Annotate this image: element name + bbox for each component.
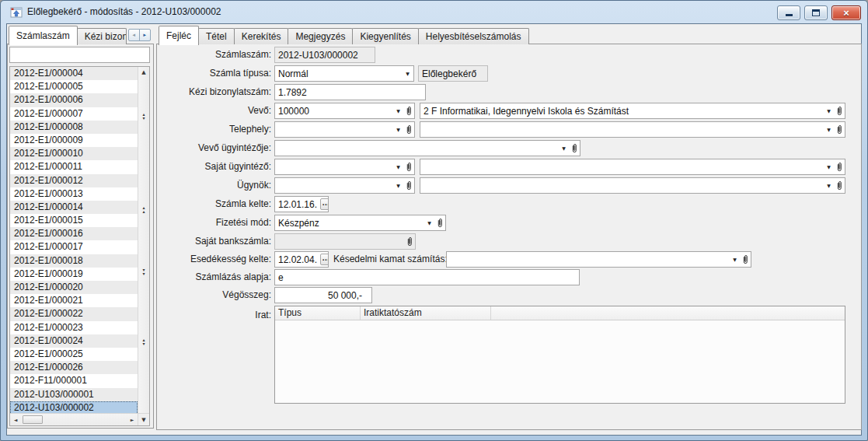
- list-item-selected[interactable]: 2012-U103/000002: [10, 401, 138, 413]
- date-picker-button[interactable]: ...: [320, 198, 329, 210]
- scroll-thumb-grip-icon[interactable]: ▴▾: [138, 112, 149, 120]
- list-item[interactable]: 2012-F11/000001: [10, 374, 138, 387]
- paperclip-icon[interactable]: [404, 162, 414, 172]
- left-tabbar: Számlaszám Kézi bizonyl ◄ ►: [9, 26, 155, 44]
- telephely-name-combo[interactable]: ▼: [420, 121, 845, 138]
- list-item[interactable]: 2012-E1/000023: [10, 321, 138, 334]
- szamla-tipusa-combo[interactable]: Normál ▼: [274, 65, 414, 82]
- vevo-name-combo[interactable]: 2 F Informatikai, Idegennyelvi Iskola és…: [420, 103, 845, 119]
- dropdown-arrow-icon[interactable]: ▼: [823, 108, 835, 114]
- ugynok-code-combo[interactable]: ▼: [274, 177, 415, 194]
- ugynok-name-combo[interactable]: ▼: [420, 177, 845, 194]
- dropdown-arrow-icon[interactable]: ▼: [729, 257, 741, 262]
- list-item[interactable]: 2012-E1/000006: [10, 93, 138, 107]
- kesedelmi-kamat-combo[interactable]: ▼: [446, 251, 751, 268]
- list-item[interactable]: 2012-E1/000026: [10, 361, 138, 374]
- tab-scroll-right-button[interactable]: ►: [139, 29, 151, 41]
- scroll-page-up-icon[interactable]: ▴▴: [138, 205, 149, 213]
- list-item[interactable]: 2012-E1/000025: [10, 348, 138, 361]
- paperclip-icon[interactable]: [835, 162, 845, 172]
- scroll-down-button[interactable]: ▼: [138, 413, 149, 425]
- paperclip-icon[interactable]: [835, 106, 845, 116]
- scroll-page-down-icon[interactable]: ▾▾: [138, 268, 149, 275]
- tab-kerekites[interactable]: Kerekítés: [234, 28, 289, 44]
- close-button[interactable]: ×: [831, 5, 861, 20]
- list-item[interactable]: 2012-E1/000018: [10, 254, 138, 268]
- paperclip-icon[interactable]: [835, 180, 845, 191]
- scroll-left-icon[interactable]: ◄: [10, 414, 21, 425]
- list-item[interactable]: 2012-E1/000012: [10, 174, 138, 187]
- tab-helyesbiteselszamolas[interactable]: Helyesbítéselszámolás: [418, 28, 529, 44]
- list-item[interactable]: 2012-E1/000010: [10, 147, 138, 160]
- vevo-ugyintezoje-combo[interactable]: ▼: [274, 140, 580, 156]
- vegosszeg-field[interactable]: 50 000,-: [274, 287, 372, 303]
- list-item[interactable]: 2012-E1/000007: [10, 107, 138, 121]
- szamla-kelte-field[interactable]: 12.01.16. ...: [274, 196, 329, 212]
- tab-megjegyzes[interactable]: Megjegyzés: [288, 28, 353, 44]
- tab-scroll-left-button[interactable]: ◄: [128, 29, 140, 41]
- szamlazas-alapja-input[interactable]: e: [274, 269, 580, 285]
- esedekesseg-kelte-label: Esedékesség kelte:: [157, 251, 271, 268]
- minimize-button[interactable]: [777, 5, 800, 20]
- list-item[interactable]: 2012-U103/000001: [10, 388, 138, 401]
- list-item[interactable]: 2012-E1/000022: [10, 307, 138, 320]
- dropdown-arrow-icon[interactable]: ▼: [823, 183, 835, 188]
- dropdown-arrow-icon[interactable]: ▼: [392, 127, 404, 132]
- dropdown-arrow-icon[interactable]: ▼: [402, 71, 413, 76]
- list-item[interactable]: 2012-E1/000020: [10, 281, 138, 294]
- maximize-button[interactable]: [804, 5, 828, 20]
- telephely-code-combo[interactable]: ▼: [274, 121, 415, 138]
- irat-column-tipus[interactable]: Típus: [275, 306, 361, 320]
- list-item[interactable]: 2012-E1/000008: [10, 121, 138, 134]
- vertical-scrollbar[interactable]: ▲ ▴▾ ▴▴ ▾▾ ▴▾: [138, 67, 149, 413]
- list-item[interactable]: 2012-E1/000011: [10, 160, 138, 173]
- dropdown-arrow-icon[interactable]: ▼: [392, 164, 404, 170]
- list-filter-input[interactable]: [9, 47, 150, 63]
- dropdown-arrow-icon[interactable]: ▼: [424, 220, 435, 226]
- list-item[interactable]: 2012-E1/000016: [10, 227, 138, 240]
- scroll-thumb-grip-icon[interactable]: ▴▾: [138, 338, 149, 345]
- title-bar[interactable]: Előlegbekérő - módosítás - 2012-U103/000…: [1, 1, 867, 24]
- list-item[interactable]: 2012-E1/000005: [10, 80, 138, 93]
- paperclip-icon[interactable]: [835, 124, 845, 135]
- scroll-right-icon[interactable]: ►: [127, 414, 138, 425]
- horizontal-scrollbar[interactable]: ◄ ►: [10, 413, 138, 425]
- paperclip-icon[interactable]: [570, 143, 580, 153]
- dropdown-arrow-icon[interactable]: ▼: [823, 164, 835, 170]
- list-item[interactable]: 2012-E1/000024: [10, 334, 138, 348]
- scroll-up-icon[interactable]: ▲: [138, 70, 149, 75]
- paperclip-icon[interactable]: [404, 180, 414, 191]
- list-item[interactable]: 2012-E1/000013: [10, 187, 138, 201]
- vevo-code-combo[interactable]: 100000 ▼: [274, 103, 415, 119]
- irat-column-iratiktatoszam[interactable]: Iratiktatószám: [361, 306, 491, 320]
- date-picker-button[interactable]: ...: [320, 254, 329, 265]
- list-item[interactable]: 2012-E1/000021: [10, 294, 138, 307]
- paperclip-icon[interactable]: [741, 254, 751, 264]
- list-item[interactable]: 2012-E1/000017: [10, 240, 138, 254]
- list-item[interactable]: 2012-E1/000019: [10, 268, 138, 281]
- kezi-bizonylatszam-input[interactable]: 1.7892: [274, 84, 426, 100]
- sajat-ugyintezo-code-combo[interactable]: ▼: [274, 159, 415, 175]
- tab-tetel[interactable]: Tétel: [198, 28, 235, 44]
- dropdown-arrow-icon[interactable]: ▼: [823, 127, 835, 132]
- list-item[interactable]: 2012-E1/000004: [10, 67, 138, 80]
- tab-fejlec[interactable]: Fejléc: [159, 26, 199, 45]
- sajat-ugyintezo-name-combo[interactable]: ▼: [420, 159, 845, 175]
- esedekesseg-kelte-field[interactable]: 12.02.04. ...: [274, 251, 329, 268]
- dropdown-arrow-icon[interactable]: ▼: [392, 108, 404, 114]
- paperclip-icon[interactable]: [404, 124, 414, 135]
- tab-kiegyenlites[interactable]: Kiegyenlítés: [352, 28, 418, 44]
- paperclip-icon[interactable]: [405, 236, 415, 247]
- fizetesi-mod-combo[interactable]: Készpénz ▼: [274, 215, 446, 231]
- fejlec-tab-page: Számlaszám: 2012-U103/000002 Számla típu…: [156, 44, 862, 430]
- horizontal-scroll-thumb[interactable]: [23, 415, 43, 424]
- dropdown-arrow-icon[interactable]: ▼: [558, 145, 570, 151]
- list-item[interactable]: 2012-E1/000015: [10, 214, 138, 227]
- list-item[interactable]: 2012-E1/000014: [10, 201, 138, 214]
- dropdown-arrow-icon[interactable]: ▼: [392, 183, 404, 188]
- paperclip-icon[interactable]: [435, 218, 445, 228]
- list-item[interactable]: 2012-E1/000009: [10, 134, 138, 147]
- paperclip-icon[interactable]: [404, 106, 414, 116]
- tab-kezi-bizonylat[interactable]: Kézi bizonyl: [77, 28, 127, 44]
- tab-szamlaszam[interactable]: Számlaszám: [9, 26, 78, 45]
